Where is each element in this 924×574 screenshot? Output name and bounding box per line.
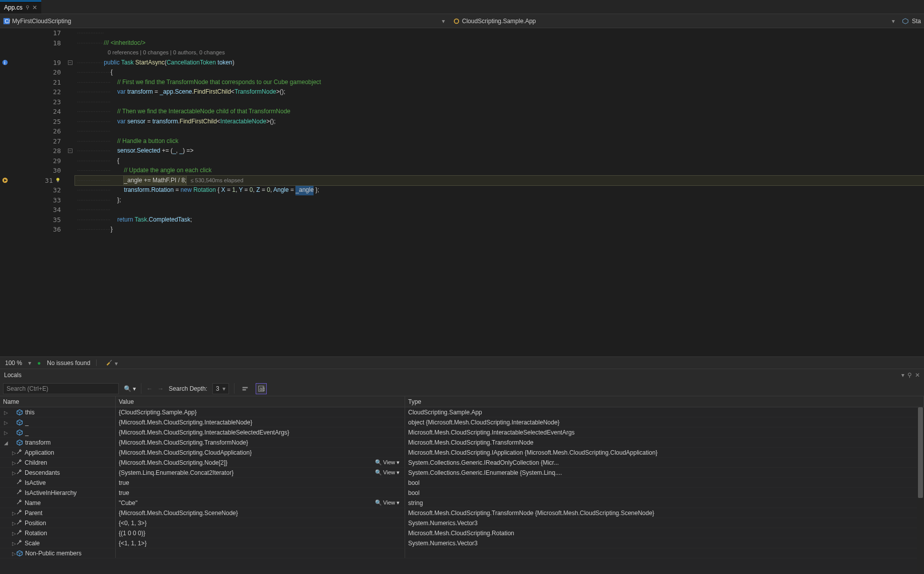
code-line[interactable]: ················ — [75, 28, 924, 38]
close-icon[interactable]: ✕ — [915, 372, 920, 379]
codelens-text[interactable]: 0 references | 0 changes | 0 authors, 0 … — [75, 48, 924, 58]
code-line[interactable]: ················public Task StartAsync(C… — [75, 58, 924, 68]
project-dropdown[interactable]: MyFirstCloudScripting — [12, 18, 71, 25]
nav-forward-icon[interactable]: → — [158, 385, 164, 392]
code-line[interactable]: ···················· }; — [75, 195, 924, 205]
col-value-header[interactable]: Value — [116, 396, 405, 407]
fold-toggle[interactable]: − — [65, 58, 75, 68]
code-line[interactable]: ···················· // Handle a button … — [75, 136, 924, 147]
locals-row[interactable]: IsActiveInHierarchytruebool — [0, 488, 924, 498]
code-line[interactable]: ···················· return Task.Complet… — [75, 215, 924, 225]
scrollbar-thumb[interactable] — [918, 407, 923, 498]
code-line[interactable]: ···················· sensor.Selected += … — [75, 146, 924, 156]
svg-line-28 — [20, 441, 22, 443]
var-value: {Microsoft.Mesh.CloudScripting.SceneNode… — [119, 510, 238, 517]
view-dropdown[interactable]: 🔍 View ▾ — [375, 499, 402, 506]
highlight-icon[interactable] — [240, 383, 251, 394]
svg-text:i: i — [4, 59, 5, 65]
locals-row[interactable]: ▷Descendants{System.Linq.Enumerable.Conc… — [0, 468, 924, 478]
view-dropdown[interactable]: 🔍 View ▾ — [375, 459, 402, 466]
locals-row[interactable]: ▷Non-Public members — [0, 548, 924, 558]
var-value: {<0, 1, 3>} — [119, 520, 146, 527]
code-line[interactable]: ···················· { — [75, 156, 924, 166]
breakpoint-arrow-icon[interactable] — [0, 176, 10, 186]
locals-row[interactable]: Name"Cube"🔍 View ▾string — [0, 498, 924, 508]
svg-line-24 — [20, 431, 22, 433]
property-icon — [16, 479, 23, 487]
locals-row[interactable]: ▷_{Microsoft.Mesh.CloudScripting.Interac… — [0, 427, 924, 438]
var-name: transform — [25, 439, 51, 446]
property-icon — [16, 499, 23, 507]
var-type: Microsoft.Mesh.CloudScripting.TransformN… — [408, 439, 533, 446]
code-line[interactable]: ···················· // First we find th… — [75, 78, 924, 88]
member-dropdown-far[interactable]: Sta — [912, 18, 921, 25]
code-line[interactable]: ···················· _angle += MathF.PI … — [75, 176, 924, 186]
magnifier-icon: 🔍 — [375, 469, 382, 476]
code-line[interactable]: ···················· // Update the angle… — [75, 166, 924, 176]
perf-tip: ≤ 530,540ms elapsed — [186, 177, 243, 183]
chevron-down-icon[interactable]: ▾ — [892, 18, 895, 25]
svg-marker-3 — [903, 18, 908, 24]
expand-toggle[interactable]: ▷ — [3, 420, 9, 425]
fold-toggle[interactable]: − — [65, 146, 75, 156]
code-line[interactable]: ···················· // Then we find the… — [75, 107, 924, 117]
pin-icon[interactable]: ⚲ — [907, 372, 912, 379]
property-icon — [16, 469, 23, 477]
scrollbar-vertical[interactable] — [917, 407, 924, 574]
close-icon[interactable]: ✕ — [32, 4, 37, 11]
search-depth-select[interactable]: 3 ▾ — [212, 383, 229, 394]
nav-back-icon[interactable]: ← — [146, 385, 152, 392]
locals-row[interactable]: ▷_{Microsoft.Mesh.CloudScripting.Interac… — [0, 417, 924, 427]
var-type: Microsoft.Mesh.CloudScripting.Rotation — [408, 530, 514, 537]
code-line[interactable]: ····················{ — [75, 67, 924, 78]
expand-toggle[interactable]: ▷ — [3, 410, 9, 415]
svg-rect-10 — [243, 387, 248, 388]
var-value: {Microsoft.Mesh.CloudScripting.Node[2]} — [119, 459, 227, 466]
view-dropdown[interactable]: 🔍 View ▾ — [375, 469, 402, 476]
code-line[interactable]: ···················· — [75, 126, 924, 136]
locals-row[interactable]: ▷this{CloudScripting.Sample.App}CloudScr… — [0, 407, 924, 417]
expand-toggle[interactable]: ◢ — [3, 440, 9, 446]
locals-row[interactable]: ◢transform{Microsoft.Mesh.CloudScripting… — [0, 438, 924, 448]
show-raw-icon[interactable]: ab — [256, 383, 267, 394]
pin-icon[interactable]: ⚲ — [26, 5, 29, 10]
object-icon — [16, 409, 23, 416]
locals-row[interactable]: ▷Parent{Microsoft.Mesh.CloudScripting.Sc… — [0, 508, 924, 518]
class-dropdown[interactable]: CloudScripting.Sample.App — [462, 18, 536, 25]
lightbulb-icon[interactable] — [55, 177, 61, 184]
code-line[interactable]: ···················· var sensor = transf… — [75, 117, 924, 127]
search-icon[interactable]: 🔍 ▾ — [124, 385, 136, 392]
file-tab-active[interactable]: App.cs ⚲ ✕ — [0, 1, 41, 14]
code-line[interactable]: ················/// <inheritdoc/> — [75, 38, 924, 48]
object-icon — [16, 419, 23, 426]
code-line[interactable]: ···················· transform.Rotation … — [75, 185, 924, 195]
col-name-header[interactable]: Name — [0, 396, 116, 407]
zoom-level[interactable]: 100 % — [5, 360, 22, 367]
code-line[interactable]: ···················· var transform = _ap… — [75, 87, 924, 97]
chevron-down-icon[interactable]: ▾ — [442, 18, 445, 25]
chevron-down-icon[interactable]: ▾ — [28, 360, 31, 367]
locals-row[interactable]: ▷Application{Microsoft.Mesh.CloudScripti… — [0, 448, 924, 458]
brush-icon[interactable] — [106, 358, 113, 366]
col-type-header[interactable]: Type — [405, 396, 924, 407]
code-line[interactable]: ····················} — [75, 225, 924, 235]
navigation-bar: C# MyFirstCloudScripting ▾ CloudScriptin… — [0, 14, 924, 28]
locals-row[interactable]: ▷Children{Microsoft.Mesh.CloudScripting.… — [0, 458, 924, 468]
expand-toggle[interactable]: ▷ — [3, 430, 9, 436]
search-input[interactable]: Search (Ctrl+E) — [3, 383, 119, 394]
locals-row[interactable]: ▷Position{<0, 1, 3>}System.Numerics.Vect… — [0, 518, 924, 528]
var-value: true — [119, 479, 129, 486]
locals-grid[interactable]: ▷this{CloudScripting.Sample.App}CloudScr… — [0, 407, 924, 574]
code-editor[interactable]: i 17181920212223242526272829303132333435… — [0, 28, 924, 356]
svg-line-23 — [17, 431, 20, 433]
locals-row[interactable]: ▷Rotation{(1 0 0 0)}Microsoft.Mesh.Cloud… — [0, 528, 924, 538]
code-line[interactable]: ···················· — [75, 97, 924, 107]
code-line[interactable]: ···················· — [75, 205, 924, 215]
check-icon: ● — [37, 360, 41, 367]
locals-row[interactable]: ▷Scale{<1, 1, 1>}System.Numerics.Vector3 — [0, 538, 924, 548]
window-position-icon[interactable]: ▾ — [901, 372, 904, 379]
locals-row[interactable]: IsActivetruebool — [0, 478, 924, 488]
var-name: Descendants — [25, 469, 60, 476]
tab-file-name: App.cs — [4, 4, 23, 11]
info-glyph-icon[interactable]: i — [0, 58, 10, 68]
